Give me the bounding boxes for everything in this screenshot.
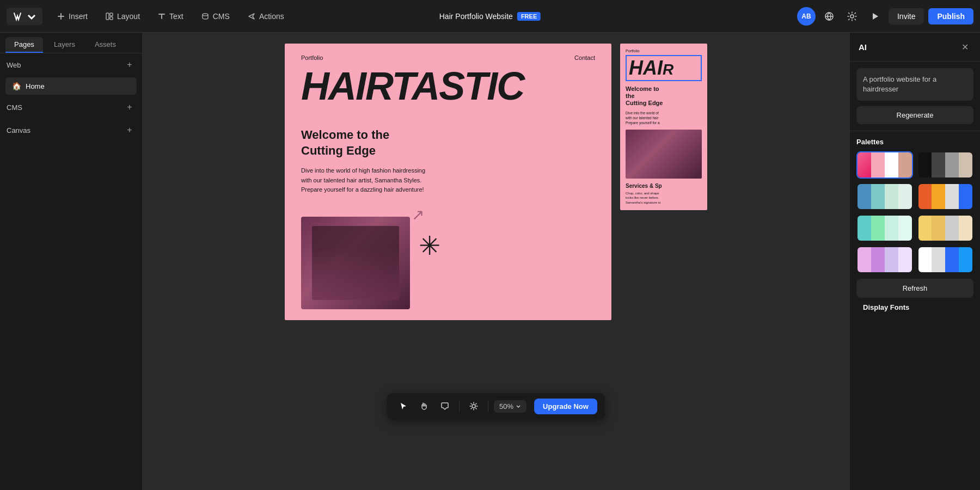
- plus-icon: [57, 12, 65, 21]
- photo-inner: [301, 217, 410, 309]
- palette-swatch-7[interactable]: [856, 246, 913, 273]
- arrow-deco: ↗: [412, 206, 424, 224]
- hand-tool-btn[interactable]: [415, 397, 433, 415]
- site-badge: FREE: [517, 12, 541, 21]
- swatch-seg: [959, 152, 972, 177]
- wix-icon: [12, 11, 23, 22]
- swatch-seg: [871, 184, 885, 209]
- layout-icon: [105, 12, 114, 21]
- globe-btn[interactable]: [820, 7, 838, 26]
- preview-nav-text: Portfolio: [626, 49, 640, 53]
- comment-tool-btn[interactable]: [436, 397, 454, 415]
- svg-marker-6: [873, 13, 878, 20]
- preview-title-box: HAIR: [626, 55, 702, 81]
- swatch-seg: [871, 216, 885, 241]
- bottom-toolbar: 50% Upgrade Now: [387, 393, 605, 419]
- left-panel: Pages Layers Assets Web + 🏠 Home CMS + C…: [0, 33, 143, 490]
- swatch-seg: [857, 184, 871, 209]
- main-layout: Pages Layers Assets Web + 🏠 Home CMS + C…: [0, 33, 980, 490]
- palettes-label: Palettes: [856, 138, 973, 146]
- refresh-button[interactable]: Refresh: [856, 279, 973, 298]
- comment-icon: [440, 402, 449, 411]
- zoom-select[interactable]: 50%: [494, 400, 526, 413]
- select-tool-btn[interactable]: [395, 397, 412, 415]
- gear-icon: [847, 11, 857, 21]
- swatch-seg: [945, 247, 959, 272]
- tab-assets[interactable]: Assets: [86, 37, 125, 53]
- site-title: Hair Portfolio Website: [439, 12, 513, 21]
- insert-nav-item[interactable]: Insert: [49, 9, 95, 24]
- cms-add-button[interactable]: +: [124, 101, 136, 113]
- welcome-text: Dive into the world of high fashion hair…: [301, 166, 443, 195]
- palette-swatch-5[interactable]: [856, 215, 913, 242]
- settings-btn[interactable]: [843, 7, 861, 26]
- canvas-add-button[interactable]: +: [124, 124, 136, 136]
- preview-services-text: Chop, color, and shapelocks like never b…: [626, 191, 702, 205]
- asterisk-decoration: ✳: [419, 233, 440, 259]
- tab-pages[interactable]: Pages: [5, 37, 43, 53]
- swatch-seg: [959, 247, 972, 272]
- layout-label: Layout: [117, 12, 140, 21]
- upgrade-button[interactable]: Upgrade Now: [534, 399, 597, 414]
- actions-icon: [247, 12, 256, 21]
- brand-logo[interactable]: [7, 8, 42, 25]
- tab-layers[interactable]: Layers: [45, 37, 84, 53]
- palette-swatch-8[interactable]: [917, 246, 974, 273]
- page-home[interactable]: 🏠 Home: [5, 77, 137, 95]
- text-label: Text: [169, 12, 183, 21]
- palette-swatch-4[interactable]: [917, 183, 974, 210]
- actions-nav-item[interactable]: Actions: [240, 9, 292, 24]
- swatch-seg: [959, 184, 972, 209]
- palette-swatch-6[interactable]: [917, 215, 974, 242]
- canvas-area[interactable]: Portfolio Contact HAIRTASTIC Welcome to …: [143, 33, 849, 490]
- palette-swatch-1[interactable]: [856, 151, 913, 179]
- palette-swatch-2[interactable]: [917, 151, 974, 179]
- cms-section-header[interactable]: CMS +: [0, 96, 142, 119]
- swatch-seg: [945, 184, 959, 209]
- palette-swatch-3[interactable]: [856, 183, 913, 210]
- preview-welcome: Welcome totheCutting Edge: [626, 85, 702, 107]
- pages-list: 🏠 Home: [0, 76, 142, 96]
- display-fonts-label: Display Fonts: [856, 303, 973, 317]
- swatch-seg: [871, 152, 885, 177]
- swatch-seg: [885, 216, 898, 241]
- swatch-seg: [918, 152, 932, 177]
- swatch-seg: [898, 247, 912, 272]
- globe-icon: [824, 11, 834, 21]
- nav-portfolio: Portfolio: [301, 54, 323, 61]
- ai-panel-title: AI: [859, 42, 867, 52]
- swatch-seg: [885, 184, 898, 209]
- cursor-icon: [399, 402, 408, 411]
- invite-button[interactable]: Invite: [889, 8, 924, 24]
- page-preview: Portfolio HAIR Welcome totheCutting Edge…: [620, 44, 707, 210]
- layout-nav-item[interactable]: Layout: [97, 9, 148, 24]
- close-panel-button[interactable]: ✕: [958, 40, 971, 53]
- regenerate-button[interactable]: Regenerate: [856, 106, 973, 124]
- preview-nav: Portfolio: [626, 49, 702, 53]
- asterisk-area: ↗ ✳: [419, 217, 440, 259]
- sun-icon: [469, 402, 478, 411]
- avatar-initials: AB: [801, 13, 811, 20]
- welcome-heading: Welcome to theCutting Edge: [301, 127, 595, 158]
- canvas-section-header[interactable]: Canvas +: [0, 119, 142, 142]
- panel-tabs: Pages Layers Assets: [0, 33, 142, 53]
- cms-label: CMS: [213, 12, 230, 21]
- preview-photo: [626, 130, 702, 179]
- main-title: HAIRTASTIC: [301, 66, 595, 106]
- actions-label: Actions: [259, 12, 284, 21]
- swatch-seg: [857, 247, 871, 272]
- brightness-tool-btn[interactable]: [465, 397, 482, 415]
- preview-services: Services & Sp: [626, 183, 702, 189]
- cms-icon: [201, 12, 210, 21]
- insert-label: Insert: [69, 12, 88, 21]
- publish-button[interactable]: Publish: [928, 8, 973, 24]
- avatar[interactable]: AB: [797, 7, 816, 26]
- cms-nav-item[interactable]: CMS: [193, 9, 237, 24]
- text-nav-item[interactable]: Text: [150, 9, 191, 24]
- preview-btn[interactable]: [866, 7, 884, 26]
- swatch-seg: [871, 247, 885, 272]
- web-section-header[interactable]: Web +: [0, 53, 142, 76]
- swatch-seg: [898, 152, 912, 177]
- home-icon: 🏠: [12, 82, 21, 90]
- web-add-button[interactable]: +: [124, 59, 136, 71]
